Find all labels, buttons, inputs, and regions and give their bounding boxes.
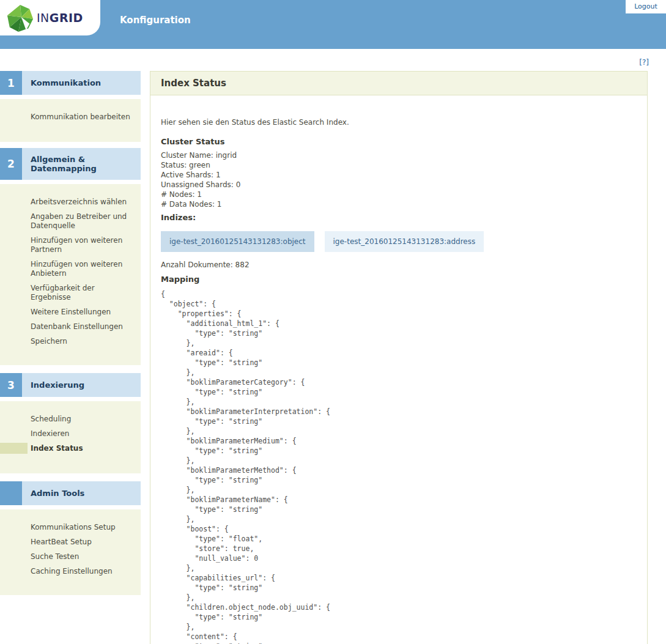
index-tab-address[interactable]: ige-test_20160125143131283:address [325,231,484,252]
section-label-kommunikation: Kommunikation [22,71,141,95]
app-title: Konfiguration [120,15,191,26]
cluster-status-line: Status: green [161,160,635,170]
sidebar-item-arbeitsverzeichnis[interactable]: Arbeitsverzeichnis wählen [31,198,136,207]
mapping-heading: Mapping [161,275,635,284]
content-body: Hier sehen sie den Status des Elastic Se… [150,95,647,644]
sidebar-section-indexierung: 3 Indexierung [0,373,141,397]
sidebar: 1 Kommunikation Kommunikation bearbeiten… [0,71,141,595]
sidebar-item-indexieren[interactable]: Indexieren [31,429,136,439]
sidebar-item-weitere-partner[interactable]: Hinzufügen von weiteren Partnern [31,236,136,254]
sidebar-item-datenbank-einstellungen[interactable]: Datenbank Einstellungen [31,322,136,331]
sidebar-section-allgemein: 2 Allgemein & Datenmapping [0,148,141,180]
sidebar-section-kommunikation: 1 Kommunikation [0,71,141,95]
section-label-admin-tools: Admin Tools [22,481,141,505]
sidebar-item-heartbeat-setup[interactable]: HeartBeat Setup [31,538,136,547]
logo-text-in: IN [37,11,50,24]
section-label-allgemein: Allgemein & Datenmapping [22,148,141,180]
section-number-1: 1 [0,71,22,95]
sidebar-item-verfuegbarkeit[interactable]: Verfügbarkeit der Ergebnisse [31,284,136,302]
help-link[interactable]: [?] [639,58,649,67]
nodes-line: # Nodes: 1 [161,190,635,199]
logo-text-grid: GRID [50,11,83,24]
section-items-kommunikation: Kommunikation bearbeiten [0,99,141,142]
logout-tab[interactable]: Logout [626,0,666,13]
data-nodes-line: # Data Nodes: 1 [161,199,635,209]
sidebar-item-weitere-einstellungen[interactable]: Weitere Einstellungen [31,308,136,317]
sidebar-item-index-status[interactable]: Index Status [31,444,136,453]
logout-button[interactable]: Logout [634,2,657,10]
section-number-2: 2 [0,148,22,180]
section-items-indexierung: Scheduling Indexieren Index Status [0,401,141,473]
index-tabs: ige-test_20160125143131283:object ige-te… [161,231,635,252]
content-panel: Index Status Hier sehen sie den Status d… [150,71,648,644]
page-title: Index Status [150,72,647,95]
ingrid-logo-text: INGRID [37,11,83,24]
doc-count: Anzahl Dokumente: 882 [161,261,635,269]
unassigned-shards-line: Unassigned Shards: 0 [161,180,635,190]
sidebar-item-weitere-anbieter[interactable]: Hinzufügen von weiteren Anbietern [31,260,136,278]
active-shards-line: Active Shards: 1 [161,170,635,180]
sidebar-item-scheduling[interactable]: Scheduling [31,415,136,424]
cluster-status-heading: Cluster Status [161,137,635,146]
intro-text: Hier sehen sie den Status des Elastic Se… [161,118,635,127]
sidebar-section-admin-tools: Admin Tools [0,481,141,505]
sidebar-item-angaben-betreiber[interactable]: Angaben zu Betreiber und Datenquelle [31,212,136,231]
ingrid-logo: INGRID [0,0,100,35]
section-number-admin [0,481,22,505]
section-number-3: 3 [0,373,22,397]
sidebar-item-kommunikations-setup[interactable]: Kommunikations Setup [31,523,136,532]
section-label-indexierung: Indexierung [22,373,141,397]
mapping-code: { "object": { "properties": { "additiona… [161,289,635,644]
indices-heading: Indizes: [161,213,635,222]
sidebar-item-suche-testen[interactable]: Suche Testen [31,552,136,561]
index-tab-object[interactable]: ige-test_20160125143131283:object [161,231,314,252]
sidebar-item-caching-einstellungen[interactable]: Caching Einstellungen [31,567,136,576]
section-items-admin-tools: Kommunikations Setup HeartBeat Setup Suc… [0,509,141,595]
section-items-allgemein: Arbeitsverzeichnis wählen Angaben zu Bet… [0,184,141,365]
cluster-name-line: Cluster Name: ingrid [161,150,635,160]
sidebar-item-kommunikation-bearbeiten[interactable]: Kommunikation bearbeiten [31,113,136,122]
sidebar-item-speichern[interactable]: Speichern [31,337,136,346]
ingrid-gem-icon [6,4,34,33]
